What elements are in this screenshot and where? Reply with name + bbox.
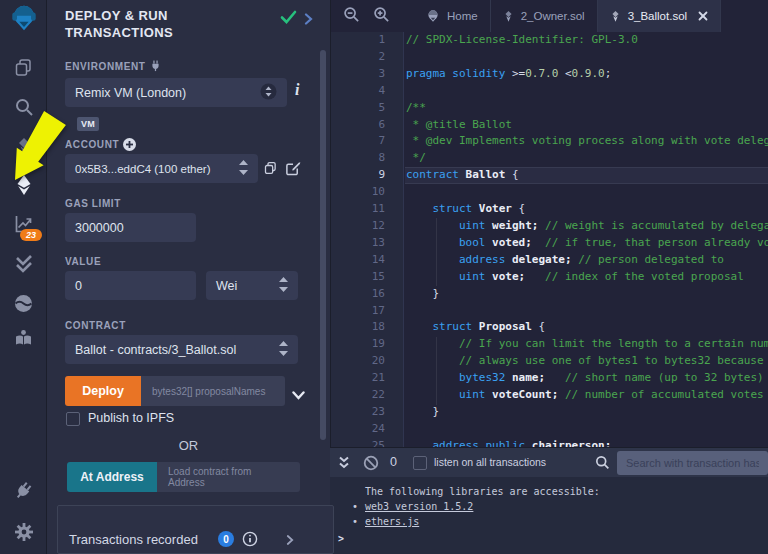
line-number[interactable]: 23	[331, 404, 385, 421]
static-analysis-icon[interactable]	[0, 253, 47, 277]
web3-link[interactable]: web3 version 1.5.2	[365, 501, 473, 512]
panel-title: DEPLOY & RUN TRANSACTIONS	[65, 7, 250, 41]
code-line[interactable]: struct Voter {	[406, 201, 768, 218]
contract-select[interactable]: Ballot - contracts/3_Ballot.sol	[65, 335, 298, 364]
listen-transactions-checkbox[interactable]	[413, 456, 427, 470]
at-address-button[interactable]: At Address	[67, 462, 157, 492]
line-number[interactable]: 1	[331, 32, 385, 49]
zoom-out-icon[interactable]	[343, 6, 360, 27]
sourcify-icon[interactable]	[0, 293, 47, 314]
line-number[interactable]: 6	[331, 117, 385, 134]
line-number[interactable]: 7	[331, 133, 385, 150]
search-icon[interactable]	[0, 97, 47, 117]
ethers-link[interactable]: ethers.js	[365, 516, 419, 527]
panel-scrollbar-thumb[interactable]	[320, 50, 326, 440]
code-line[interactable]: // If you can limit the length to a cert…	[406, 336, 768, 353]
line-number[interactable]: 20	[331, 353, 385, 370]
terminal: 0 listen on all transactions The followi…	[330, 447, 768, 554]
code-line[interactable]: address delegate; // person delegated to	[406, 252, 768, 269]
tab-3-ballot-label: 3_Ballot.sol	[628, 10, 687, 22]
line-number[interactable]: 8	[331, 150, 385, 167]
editor-gutter[interactable]: 1234567891011121314151617181920212223242…	[331, 32, 404, 447]
panel-collapse-chevron-icon[interactable]	[304, 11, 313, 29]
solidity-compiler-icon[interactable]	[0, 138, 47, 154]
line-number[interactable]: 13	[331, 235, 385, 252]
code-line[interactable]: */	[406, 150, 768, 167]
line-number[interactable]: 10	[331, 184, 385, 201]
code-line[interactable]	[406, 49, 768, 66]
settings-gear-icon[interactable]	[0, 522, 47, 542]
value-input[interactable]: 0	[65, 271, 196, 300]
environment-plug-icon	[149, 58, 162, 76]
code-line[interactable]: contract Ballot {	[406, 167, 768, 184]
tab-2-owner-sol[interactable]: 2_Owner.sol	[491, 0, 598, 32]
line-number[interactable]: 21	[331, 370, 385, 387]
terminal-search-input[interactable]	[617, 451, 768, 475]
edit-account-pencil-icon[interactable]	[285, 160, 301, 180]
transactions-info-icon[interactable]	[242, 531, 258, 551]
line-number[interactable]: 22	[331, 387, 385, 404]
publish-ipfs-checkbox[interactable]	[66, 412, 80, 426]
code-line[interactable]	[406, 83, 768, 100]
code-line[interactable]: uint weight; // weight is accumulated by…	[406, 218, 768, 235]
code-line[interactable]: * @dev Implements voting process along w…	[406, 133, 768, 150]
code-line[interactable]: pragma solidity >=0.7.0 <0.9.0;	[406, 66, 768, 83]
line-number[interactable]: 14	[331, 252, 385, 269]
line-number[interactable]: 11	[331, 201, 385, 218]
code-line[interactable]: bool voted; // if true, that person alre…	[406, 235, 768, 252]
line-number[interactable]: 3	[331, 66, 385, 83]
line-number[interactable]: 19	[331, 336, 385, 353]
line-number[interactable]: 12	[331, 218, 385, 235]
deploy-run-icon[interactable]	[0, 174, 47, 196]
deploy-expand-chevron-icon[interactable]	[292, 386, 305, 404]
line-number[interactable]: 5	[331, 100, 385, 117]
deploy-button[interactable]: Deploy	[65, 376, 141, 406]
code-line[interactable]: uint voteCount; // number of accumulated…	[406, 387, 768, 404]
code-line[interactable]: /**	[406, 100, 768, 117]
account-select[interactable]: 0x5B3...eddC4 (100 ether)	[65, 154, 258, 183]
clear-console-ban-icon[interactable]	[363, 455, 379, 475]
code-area[interactable]: // SPDX-License-Identifier: GPL-3.0 prag…	[406, 32, 768, 447]
code-line[interactable]: // SPDX-License-Identifier: GPL-3.0	[406, 32, 768, 49]
line-number[interactable]: 9	[331, 167, 385, 184]
close-tab-icon[interactable]	[698, 11, 708, 21]
line-number[interactable]: 18	[331, 319, 385, 336]
learneth-icon[interactable]	[0, 328, 47, 349]
listen-transactions-label: listen on all transactions	[434, 456, 546, 468]
environment-select[interactable]: Remix VM (London)	[65, 78, 287, 107]
code-line[interactable]: bytes32 name; // short name (up to 32 by…	[406, 370, 768, 387]
code-line[interactable]: }	[406, 404, 768, 421]
add-account-plus-icon[interactable]	[123, 137, 136, 155]
line-number[interactable]: 4	[331, 83, 385, 100]
tab-3-ballot-sol[interactable]: 3_Ballot.sol	[598, 0, 721, 32]
code-line[interactable]	[406, 184, 768, 201]
line-number[interactable]: 2	[331, 49, 385, 66]
code-line[interactable]: * @title Ballot	[406, 117, 768, 134]
at-address-input[interactable]: Load contract from Address	[157, 462, 300, 492]
value-unit-select[interactable]: Wei	[206, 271, 298, 300]
line-number[interactable]: 17	[331, 303, 385, 320]
plugin-manager-plug-icon[interactable]	[0, 480, 47, 501]
code-line[interactable]: // always use one of bytes1 to bytes32 b…	[406, 353, 768, 370]
terminal-intro-line: The following libraries are accessible:	[365, 486, 600, 497]
line-number[interactable]: 24	[331, 421, 385, 438]
zoom-in-icon[interactable]	[373, 6, 390, 27]
code-line[interactable]: address public chairperson;	[406, 438, 768, 447]
code-line[interactable]: uint vote; // index of the voted proposa…	[406, 269, 768, 286]
expand-terminal-chevrons-icon[interactable]	[338, 456, 350, 474]
file-explorer-icon[interactable]	[0, 57, 47, 78]
line-number[interactable]: 15	[331, 269, 385, 286]
remix-logo-icon[interactable]	[0, 3, 47, 33]
tab-home[interactable]: Home	[414, 0, 491, 32]
code-line[interactable]: }	[406, 286, 768, 303]
deploy-args-input[interactable]: bytes32[] proposalNames	[141, 376, 285, 406]
code-line[interactable]: struct Proposal {	[406, 319, 768, 336]
copy-account-icon[interactable]	[263, 160, 278, 180]
line-number[interactable]: 16	[331, 286, 385, 303]
code-line[interactable]	[406, 421, 768, 438]
transactions-expand-chevron-icon[interactable]	[286, 532, 294, 550]
gas-limit-input[interactable]: 3000000	[65, 213, 196, 242]
code-line[interactable]	[406, 303, 768, 320]
terminal-prompt[interactable]: >	[338, 533, 344, 544]
environment-info-icon[interactable]: i	[295, 81, 299, 99]
